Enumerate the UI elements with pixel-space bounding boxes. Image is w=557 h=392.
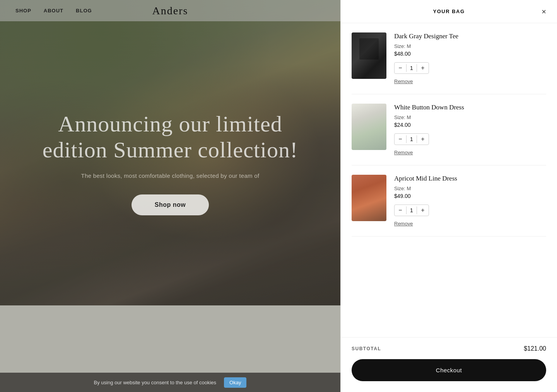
remove-item-3[interactable]: Remove <box>394 221 413 227</box>
qty-value-2: 1 <box>406 135 417 143</box>
bag-item-size-2: Size: M <box>394 114 546 120</box>
bag-item-details-1: Dark Gray Designer Tee Size: M $48.00 − … <box>394 32 546 85</box>
bag-item-name-2: White Button Down Dress <box>394 104 546 111</box>
subtotal-row: SUBTOTAL $121.00 <box>352 345 546 352</box>
bag-item-details-2: White Button Down Dress Size: M $24.00 −… <box>394 104 546 156</box>
bag-item: Apricot Mid Line Dress Size: M $49.00 − … <box>352 165 546 237</box>
qty-control-3: − 1 + <box>394 205 429 216</box>
subtotal-value: $121.00 <box>524 345 546 352</box>
qty-value-3: 1 <box>406 206 417 214</box>
bag-item: White Button Down Dress Size: M $24.00 −… <box>352 94 546 165</box>
bag-footer: SUBTOTAL $121.00 Checkout <box>341 337 557 392</box>
navigation: SHOP ABOUT BLOG Anders <box>0 0 340 21</box>
bag-item: Dark Gray Designer Tee Size: M $48.00 − … <box>352 23 546 94</box>
brand-logo: Anders <box>152 5 188 17</box>
qty-increase-1[interactable]: + <box>417 63 429 73</box>
qty-decrease-2[interactable]: − <box>395 134 406 145</box>
subtotal-label: SUBTOTAL <box>352 346 381 351</box>
bag-item-price-3: $49.00 <box>394 193 546 199</box>
bag-item-price-2: $24.00 <box>394 122 546 128</box>
qty-control-1: − 1 + <box>394 62 429 74</box>
cookie-banner: By using our website you consent to the … <box>0 373 340 392</box>
nav-link-about[interactable]: ABOUT <box>44 8 63 14</box>
bag-item-image-tee <box>352 32 386 79</box>
bag-panel: YOUR BAG × Dark Gray Designer Tee Size: … <box>340 0 557 392</box>
bag-item-image-white-dress <box>352 104 386 150</box>
remove-item-1[interactable]: Remove <box>394 78 413 84</box>
nav-link-blog[interactable]: BLOG <box>76 8 92 14</box>
qty-control-2: − 1 + <box>394 133 429 145</box>
hero-subtitle: The best looks, most comfortable clothin… <box>81 172 260 179</box>
hero-title: Announcing our limited edition Summer co… <box>31 111 309 163</box>
qty-decrease-3[interactable]: − <box>395 205 406 216</box>
qty-increase-2[interactable]: + <box>417 134 429 145</box>
shop-now-button[interactable]: Shop now <box>132 194 209 215</box>
qty-increase-3[interactable]: + <box>417 205 429 216</box>
bag-item-name-3: Apricot Mid Line Dress <box>394 175 546 182</box>
qty-value-1: 1 <box>406 64 417 72</box>
qty-decrease-1[interactable]: − <box>395 63 406 73</box>
remove-item-2[interactable]: Remove <box>394 150 413 155</box>
bag-header: YOUR BAG × <box>341 0 557 23</box>
hero-content: Announcing our limited edition Summer co… <box>0 21 340 305</box>
cookie-message: By using our website you consent to the … <box>94 380 217 385</box>
bag-items-list: Dark Gray Designer Tee Size: M $48.00 − … <box>341 23 557 337</box>
checkout-button[interactable]: Checkout <box>352 359 546 381</box>
bag-item-name-1: Dark Gray Designer Tee <box>394 32 546 40</box>
site-wrapper: SHOP ABOUT BLOG Anders Announcing our li… <box>0 0 340 392</box>
bag-item-size-1: Size: M <box>394 43 546 49</box>
cookie-okay-button[interactable]: Okay <box>224 377 246 388</box>
nav-link-shop[interactable]: SHOP <box>15 8 31 14</box>
nav-links: SHOP ABOUT BLOG <box>15 8 92 14</box>
bag-item-details-3: Apricot Mid Line Dress Size: M $49.00 − … <box>394 175 546 227</box>
bag-item-size-3: Size: M <box>394 186 546 191</box>
bag-item-image-apricot <box>352 175 386 221</box>
bag-close-button[interactable]: × <box>542 8 546 15</box>
bag-item-price-1: $48.00 <box>394 51 546 57</box>
bag-title: YOUR BAG <box>433 9 465 14</box>
